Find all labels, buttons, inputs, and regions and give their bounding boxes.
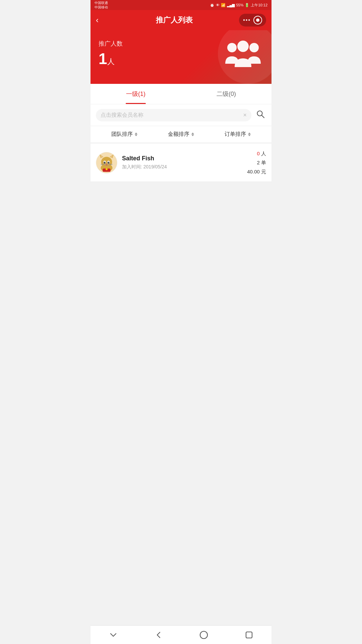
- member-info: Salted Fish 加入时间: 2019/05/24: [122, 155, 242, 170]
- tab-first-level[interactable]: 一级(1): [90, 84, 181, 104]
- member-order-count: 2 单: [247, 158, 266, 167]
- svg-point-15: [108, 162, 110, 164]
- back-button[interactable]: ‹: [96, 15, 109, 25]
- stats-banner: 推广人数 1人: [90, 30, 272, 84]
- time-display: 上午10:12: [251, 3, 267, 8]
- sort-order-arrows: [248, 132, 251, 136]
- header: ‹ 推广人列表 •••: [90, 10, 272, 30]
- page-title: 推广人列表: [109, 15, 239, 25]
- battery-label: 55%: [236, 3, 243, 7]
- group-icon: [225, 37, 261, 75]
- member-people-count: 0 人: [247, 149, 266, 158]
- sort-team-button[interactable]: 团队排序: [96, 131, 153, 138]
- svg-point-24: [106, 168, 108, 170]
- carrier1: 中国联通: [95, 1, 108, 5]
- avatar: [96, 152, 117, 173]
- table-row[interactable]: Salted Fish 加入时间: 2019/05/24 0 人 2 单 40.…: [90, 144, 272, 182]
- sort-amount-button[interactable]: 金额排序: [153, 131, 209, 138]
- status-bar: 中国联通 中国移动 ⏰ 👁 📶 ▂▄▆ 55% 🔋 上午10:12: [90, 0, 272, 10]
- member-amount: 40.00 元: [247, 167, 266, 176]
- svg-point-14: [104, 162, 106, 164]
- svg-point-16: [105, 162, 105, 163]
- status-indicators: ⏰ 👁 📶 ▂▄▆ 55% 🔋 上午10:12: [210, 3, 267, 8]
- signal-icon: ▂▄▆: [227, 3, 235, 7]
- record-dot: [256, 18, 259, 22]
- member-list: Salted Fish 加入时间: 2019/05/24 0 人 2 单 40.…: [90, 144, 272, 182]
- tab-second-level[interactable]: 二级(0): [181, 84, 272, 104]
- svg-point-1: [249, 43, 259, 52]
- search-button[interactable]: [255, 108, 266, 122]
- search-bar: ×: [90, 104, 272, 126]
- svg-line-4: [262, 115, 264, 118]
- search-clear-icon[interactable]: ×: [243, 112, 247, 119]
- more-icon: •••: [243, 17, 251, 23]
- wifi-icon: 📶: [221, 3, 226, 7]
- sort-team-arrows: [135, 132, 137, 136]
- record-icon: [253, 16, 262, 24]
- member-name: Salted Fish: [122, 155, 242, 162]
- svg-point-18: [106, 164, 107, 165]
- header-menu-button[interactable]: •••: [239, 14, 266, 26]
- svg-point-7: [101, 157, 112, 167]
- svg-point-2: [237, 41, 249, 52]
- svg-point-17: [109, 162, 109, 163]
- member-join-date: 加入时间: 2019/05/24: [122, 164, 242, 170]
- header-actions: •••: [239, 14, 266, 26]
- sort-order-button[interactable]: 订单排序: [209, 131, 266, 138]
- carrier2: 中国移动: [95, 5, 108, 9]
- carrier-info: 中国联通 中国移动: [95, 1, 108, 9]
- stats-unit: 人: [107, 57, 115, 66]
- eye-icon: 👁: [216, 3, 220, 7]
- svg-point-0: [227, 43, 237, 52]
- tabs: 一级(1) 二级(0): [90, 84, 272, 104]
- member-stats: 0 人 2 单 40.00 元: [247, 149, 266, 176]
- sort-amount-arrows: [191, 132, 194, 136]
- alarm-icon: ⏰: [210, 3, 215, 7]
- search-input[interactable]: [101, 112, 240, 118]
- sort-row: 团队排序 金额排序 订单排序: [90, 126, 272, 143]
- search-input-wrap: ×: [96, 109, 251, 121]
